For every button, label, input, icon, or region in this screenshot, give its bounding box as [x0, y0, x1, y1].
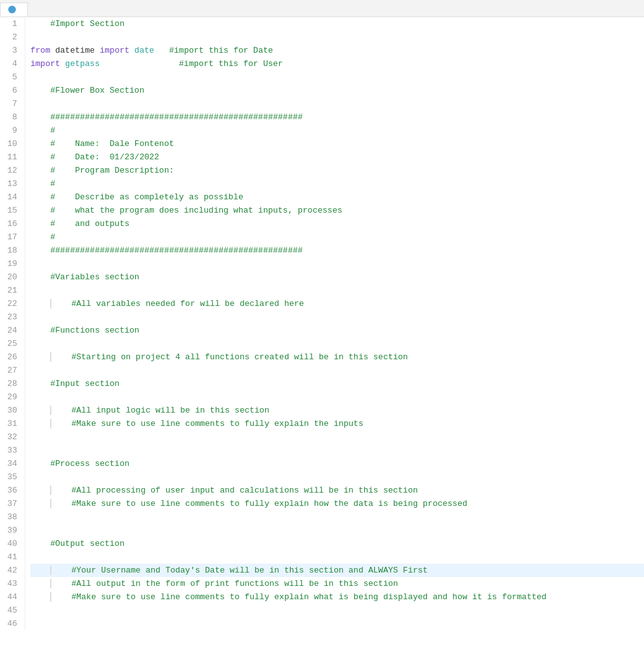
- code-token: from: [30, 46, 55, 55]
- code-area: 1234567891011121314151617181920212223242…: [0, 17, 644, 630]
- code-token: # Describe as completely as possible: [30, 192, 243, 202]
- line-number: 21: [5, 284, 17, 297]
- code-line: [30, 30, 644, 44]
- code-token: import: [95, 46, 134, 55]
- code-token: #Flower Box Section: [30, 86, 144, 95]
- code-line: #: [30, 124, 644, 137]
- python-icon: [8, 6, 16, 13]
- code-line: import getpass #import this for User: [30, 57, 644, 70]
- code-token: #: [30, 179, 55, 189]
- code-line: #Flower Box Section: [30, 84, 644, 97]
- code-line: # Name: Dale Fontenot: [30, 137, 644, 150]
- line-number: 5: [5, 70, 17, 84]
- code-token: # and outputs: [30, 219, 129, 229]
- code-line: #Import Section: [30, 17, 644, 30]
- code-line: #All variables needed for will be declar…: [30, 297, 644, 310]
- code-line: ########################################…: [30, 244, 644, 257]
- code-line: #Make sure to use line comments to fully…: [30, 417, 644, 430]
- code-line: [30, 337, 644, 350]
- code-token: #Output section: [30, 539, 124, 548]
- code-token: # Name: Dale Fontenot: [30, 139, 174, 149]
- line-number: 23: [5, 310, 17, 324]
- line-number: 3: [5, 44, 17, 57]
- line-number: 27: [5, 364, 17, 377]
- code-line: #Output section: [30, 537, 644, 550]
- code-line: #Process section: [30, 457, 644, 470]
- line-number: 32: [5, 430, 17, 444]
- line-number: 38: [5, 510, 17, 524]
- line-number: 19: [5, 257, 17, 270]
- line-number: 35: [5, 470, 17, 484]
- code-lines[interactable]: #Import Section from datetime import dat…: [25, 17, 644, 630]
- line-number: 26: [5, 350, 17, 364]
- line-number: 13: [5, 177, 17, 190]
- code-token: #Process section: [30, 459, 129, 468]
- line-number: 43: [5, 577, 17, 590]
- code-line: [30, 617, 644, 630]
- tab-bar: [0, 0, 644, 17]
- code-line: [30, 70, 644, 84]
- code-line: # and outputs: [30, 217, 644, 230]
- code-line: #All input logic will be in this section: [30, 404, 644, 417]
- line-number: 25: [5, 337, 17, 350]
- code-line: #: [30, 230, 644, 244]
- code-line: [30, 390, 644, 404]
- code-token: #Input section: [30, 379, 119, 388]
- code-line: # Describe as completely as possible: [30, 190, 644, 204]
- line-number: 30: [5, 404, 17, 417]
- line-number: 41: [5, 550, 17, 564]
- line-number: 14: [5, 190, 17, 204]
- line-number: 37: [5, 497, 17, 510]
- line-number: 29: [5, 390, 17, 404]
- line-number: 15: [5, 204, 17, 217]
- code-token: ########################################…: [30, 112, 303, 122]
- line-number: 11: [5, 150, 17, 164]
- code-line: ########################################…: [30, 110, 644, 124]
- line-number: 28: [5, 377, 17, 390]
- line-number: 46: [5, 617, 17, 630]
- code-token: # Program Description:: [30, 166, 174, 175]
- code-token: # what the program does including what i…: [30, 206, 342, 215]
- line-number: 34: [5, 457, 17, 470]
- code-line: [30, 430, 644, 444]
- code-line: [30, 524, 644, 537]
- code-line: #Make sure to use line comments to fully…: [30, 497, 644, 510]
- line-number: 20: [5, 270, 17, 284]
- line-number: 10: [5, 137, 17, 150]
- line-number: 7: [5, 97, 17, 110]
- code-line: # what the program does including what i…: [30, 204, 644, 217]
- code-line: #Input section: [30, 377, 644, 390]
- line-numbers: 1234567891011121314151617181920212223242…: [0, 17, 25, 630]
- line-number: 39: [5, 524, 17, 537]
- code-token: datetime: [55, 46, 95, 55]
- code-line: [30, 284, 644, 297]
- code-line: [30, 310, 644, 324]
- line-number: 16: [5, 217, 17, 230]
- code-line: [30, 550, 644, 564]
- code-token: #Import Section: [30, 19, 124, 29]
- line-number: 6: [5, 84, 17, 97]
- line-number: 1: [5, 17, 17, 30]
- code-line: [30, 444, 644, 457]
- line-number: 24: [5, 324, 17, 337]
- code-line: # Date: 01/23/2022: [30, 150, 644, 164]
- line-number: 22: [5, 297, 17, 310]
- line-number: 17: [5, 230, 17, 244]
- code-token: #: [30, 232, 55, 242]
- code-token: #Functions section: [30, 326, 140, 335]
- code-line: [30, 364, 644, 377]
- code-token: date: [135, 46, 154, 55]
- line-number: 36: [5, 484, 17, 497]
- line-number: 12: [5, 164, 17, 177]
- code-line: #All processing of user input and calcul…: [30, 484, 644, 497]
- code-line: #Variables section: [30, 270, 644, 284]
- file-tab[interactable]: [0, 3, 28, 17]
- line-number: 4: [5, 57, 17, 70]
- code-line: #Your Username and Today's Date will be …: [30, 564, 644, 577]
- code-token: ########################################…: [30, 246, 303, 255]
- code-line: #Starting on project 4 all functions cre…: [30, 350, 644, 364]
- code-line: # Program Description:: [30, 164, 644, 177]
- code-line: from datetime import date #import this f…: [30, 44, 644, 57]
- code-line: [30, 257, 644, 270]
- code-token: import: [30, 59, 65, 69]
